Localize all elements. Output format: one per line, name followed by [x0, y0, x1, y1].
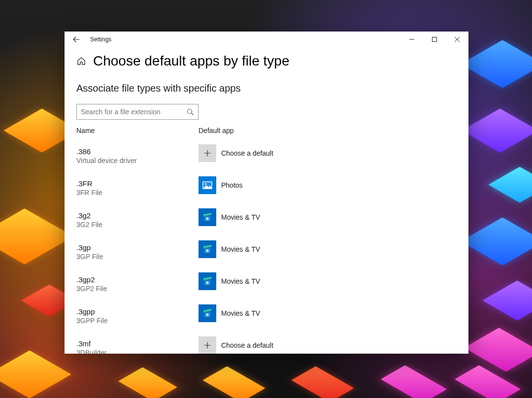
default-app-label: Movies & TV [221, 245, 260, 253]
file-type-row: .3gp23GP2 File Movies & TV [76, 267, 457, 299]
default-app-button[interactable]: Choose a default [199, 144, 273, 162]
file-type-row: .3gpp3GPP File Movies & TV [76, 299, 457, 332]
titlebar: Settings [65, 32, 468, 47]
default-app-label: Movies & TV [221, 277, 260, 285]
search-input[interactable] [81, 108, 186, 116]
column-default-app: Default app [199, 127, 234, 134]
default-app-button[interactable]: Photos [199, 176, 243, 194]
settings-window: Settings Choose default apps by file typ… [65, 32, 468, 354]
file-type-info: .386Virtual device driver [76, 144, 199, 165]
file-type-list: .386Virtual device driver Choose a defau… [76, 139, 457, 354]
close-button[interactable] [446, 32, 468, 47]
default-app-button[interactable]: Movies & TV [199, 304, 260, 322]
file-description: 3G2 File [76, 221, 199, 229]
file-extension: .3FR [76, 179, 199, 188]
page-header: Choose default apps by file type [76, 53, 457, 69]
page-subtitle: Associate file types with specific apps [76, 83, 457, 94]
minimize-icon [409, 37, 414, 42]
file-extension: .3mf [76, 339, 199, 348]
svg-point-1 [188, 109, 192, 114]
file-description: Virtual device driver [76, 157, 199, 165]
movies-tv-app-icon [199, 208, 216, 226]
svg-point-4 [205, 183, 206, 185]
maximize-icon [432, 37, 437, 42]
default-app-label: Choose a default [221, 341, 273, 349]
file-type-info: .3g23G2 File [76, 208, 199, 229]
window-title: Settings [88, 36, 111, 43]
content-area: Choose default apps by file type Associa… [65, 47, 468, 354]
default-app-label: Choose a default [221, 149, 273, 157]
file-description: 3FR File [76, 189, 199, 197]
arrow-left-icon [72, 35, 80, 43]
default-app-button[interactable]: Movies & TV [199, 272, 260, 290]
file-description: 3GP2 File [76, 285, 199, 293]
column-name: Name [76, 127, 199, 134]
file-type-info: .3gp3GP File [76, 240, 199, 261]
close-icon [455, 37, 460, 42]
default-app-label: Movies & TV [221, 213, 260, 221]
default-app-label: Photos [221, 181, 243, 189]
file-extension: .3g2 [76, 211, 199, 220]
file-type-info: .3gpp3GPP File [76, 304, 199, 325]
plus-icon [199, 336, 216, 354]
file-extension: .3gp [76, 243, 199, 252]
minimize-button[interactable] [400, 32, 423, 47]
file-extension: .386 [76, 147, 199, 156]
file-type-info: .3gp23GP2 File [76, 272, 199, 293]
file-type-row: .386Virtual device driver Choose a defau… [76, 139, 457, 171]
file-type-info: .3FR3FR File [76, 176, 199, 197]
plus-icon [199, 144, 216, 162]
default-app-button[interactable]: Movies & TV [199, 240, 260, 258]
maximize-button[interactable] [423, 32, 446, 47]
home-icon[interactable] [76, 56, 86, 66]
svg-rect-0 [432, 37, 437, 42]
file-type-row: .3FR3FR File Photos [76, 171, 457, 203]
file-type-row: .3mf3DBuilder Choose a default [76, 332, 457, 354]
default-app-label: Movies & TV [221, 309, 260, 317]
movies-tv-app-icon [199, 304, 216, 322]
default-app-button[interactable]: Choose a default [199, 336, 273, 354]
back-button[interactable] [65, 32, 88, 47]
file-extension: .3gpp [76, 307, 199, 316]
file-extension: .3gp2 [76, 275, 199, 284]
file-type-row: .3gp3GP File Movies & TV [76, 235, 457, 267]
search-box[interactable] [76, 104, 199, 120]
movies-tv-app-icon [199, 272, 216, 290]
column-headers: Name Default app [76, 127, 457, 134]
file-description: 3GPP File [76, 317, 199, 325]
file-type-info: .3mf3DBuilder [76, 336, 199, 354]
file-description: 3GP File [76, 253, 199, 261]
movies-tv-app-icon [199, 240, 216, 258]
page-title: Choose default apps by file type [93, 53, 289, 69]
file-type-row: .3g23G2 File Movies & TV [76, 203, 457, 235]
file-description: 3DBuilder [76, 349, 199, 354]
photos-app-icon [199, 176, 216, 194]
search-icon [186, 108, 194, 116]
default-app-button[interactable]: Movies & TV [199, 208, 260, 226]
